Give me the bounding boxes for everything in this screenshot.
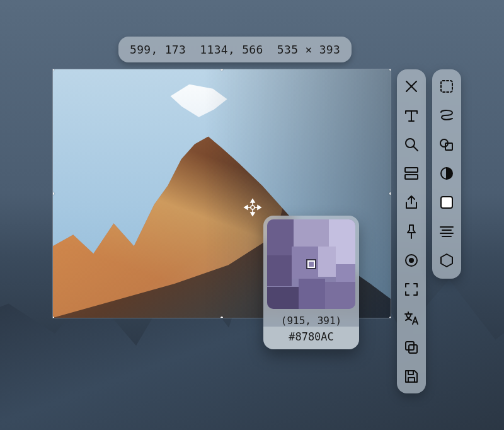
annotation-toolbar bbox=[432, 69, 461, 279]
resize-handle-se[interactable] bbox=[389, 317, 391, 318]
text-tool-button[interactable] bbox=[403, 107, 420, 124]
record-button[interactable] bbox=[403, 252, 420, 269]
selection-coordinates-hud: 599, 173 1134, 566 535 × 393 bbox=[118, 37, 352, 62]
align-center-button[interactable] bbox=[438, 223, 455, 240]
resize-handle-sw[interactable] bbox=[53, 317, 54, 318]
resize-handle-e[interactable] bbox=[389, 192, 391, 195]
save-button[interactable] bbox=[403, 368, 420, 385]
share-button[interactable] bbox=[403, 194, 420, 211]
pin-button[interactable] bbox=[403, 223, 420, 240]
marquee-select-button[interactable] bbox=[438, 78, 455, 95]
actions-toolbar bbox=[397, 69, 426, 393]
lasso-button[interactable] bbox=[438, 107, 455, 124]
picker-hex-value: #8780AC bbox=[263, 327, 359, 349]
zoom-button[interactable] bbox=[403, 136, 420, 153]
translate-button[interactable] bbox=[403, 310, 420, 327]
split-view-button[interactable] bbox=[403, 165, 420, 182]
svg-point-9 bbox=[409, 258, 414, 263]
picker-coordinates: (915, 391) bbox=[263, 313, 359, 327]
contrast-button[interactable] bbox=[438, 165, 455, 182]
svg-rect-6 bbox=[405, 168, 418, 172]
color-picker-popover: (915, 391) #8780AC bbox=[263, 216, 359, 349]
close-button[interactable] bbox=[403, 78, 420, 95]
fill-color-button[interactable] bbox=[438, 194, 455, 211]
svg-rect-10 bbox=[406, 342, 414, 350]
resize-handle-s[interactable] bbox=[220, 317, 223, 318]
shapes-button[interactable] bbox=[438, 136, 455, 153]
svg-rect-7 bbox=[405, 175, 418, 179]
svg-rect-16 bbox=[441, 197, 452, 208]
resize-handle-ne[interactable] bbox=[389, 69, 391, 71]
pixel-zoom-preview bbox=[267, 219, 355, 309]
svg-rect-12 bbox=[441, 81, 452, 92]
svg-marker-17 bbox=[441, 254, 452, 267]
copy-button[interactable] bbox=[403, 339, 420, 356]
fullscreen-button[interactable] bbox=[403, 281, 420, 298]
hexagon-button[interactable] bbox=[438, 252, 455, 269]
svg-rect-11 bbox=[409, 345, 417, 353]
